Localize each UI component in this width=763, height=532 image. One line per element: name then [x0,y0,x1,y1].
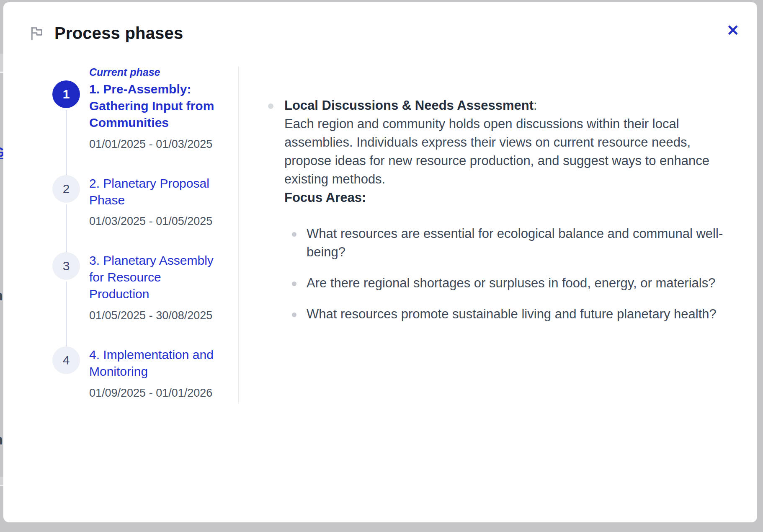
step-number-badge: 3 [52,252,80,280]
focus-area-text: What resources are essential for ecologi… [307,225,725,261]
description-bullet: Local Discussions & Needs Assessment: Ea… [268,96,733,336]
step-dates: 01/03/2025 - 01/05/2025 [89,215,224,228]
focus-area-text: Are there regional shortages or surpluse… [307,274,715,292]
step-body: 2. Planetary Proposal Phase 01/03/2025 -… [89,175,224,253]
step-dates: 01/09/2025 - 01/01/2026 [89,387,224,400]
background-text-fragment: n [0,431,3,448]
focus-area-text: What resources promote sustainable livin… [307,305,717,323]
step-connector-line [66,204,67,253]
focus-areas-list: What resources are essential for ecologi… [292,225,733,323]
background-card-fragment [0,477,3,485]
step-item-2: 2 2. Planetary Proposal Phase 01/03/2025… [52,175,226,253]
step-body: 4. Implementation and Monitoring 01/09/2… [89,346,224,404]
step-rail: 3 [52,252,81,346]
focus-area-item: What resources are essential for ecologi… [292,225,733,261]
flag-icon [28,24,45,43]
focus-area-item: What resources promote sustainable livin… [292,305,733,323]
step-title-link[interactable]: 4. Implementation and Monitoring [89,346,224,380]
step-rail: 2 [52,175,81,253]
background-card-fragment [0,54,3,72]
step-item-3: 3 3. Planetary Assembly for Resource Pro… [52,252,226,346]
step-body: 3. Planetary Assembly for Resource Produ… [89,252,224,346]
background-link-fragment[interactable]: G [0,144,3,160]
phase-stepper: 1 Current phase 1. Pre-Assembly: Gatheri… [52,66,239,404]
background-divider [0,485,3,486]
description-body: Each region and community holds open dis… [284,116,709,186]
description-heading: Local Discussions & Needs Assessment [284,98,534,113]
focus-area-item: Are there regional shortages or surpluse… [292,274,733,292]
step-number-badge: 2 [52,175,80,203]
step-connector-line [66,110,67,175]
modal-header: Process phases [3,2,757,43]
step-item-4: 4 4. Implementation and Monitoring 01/09… [52,346,226,404]
step-dates: 01/05/2025 - 30/08/2025 [89,309,224,322]
modal-title: Process phases [54,24,183,43]
step-item-1: 1 Current phase 1. Pre-Assembly: Gatheri… [52,66,226,175]
focus-areas-label: Focus Areas: [284,190,366,205]
phase-description: Local Discussions & Needs Assessment: Ea… [239,66,733,336]
bullet-dot-icon [268,103,273,109]
bullet-dot-icon [292,312,296,317]
step-rail: 4 [52,346,81,404]
step-title-link[interactable]: 1. Pre-Assembly: Gathering Input from Co… [89,81,224,131]
modal-body: 1 Current phase 1. Pre-Assembly: Gatheri… [3,66,757,404]
bullet-dot-icon [292,281,296,286]
step-rail: 1 [52,66,81,175]
background-text-fragment: n [0,287,3,304]
description-text: Local Discussions & Needs Assessment: Ea… [284,96,733,336]
step-dates: 01/01/2025 - 01/03/2025 [89,138,224,151]
current-phase-label: Current phase [89,66,224,78]
background-divider [0,72,3,73]
page-backdrop: G n n [0,0,3,532]
step-title-link[interactable]: 3. Planetary Assembly for Resource Produ… [89,252,224,302]
step-number-badge: 4 [52,346,80,374]
bullet-dot-icon [292,232,296,237]
description-heading-colon: : [534,98,537,113]
step-number-badge: 1 [52,80,80,108]
step-body: Current phase 1. Pre-Assembly: Gathering… [89,66,224,175]
process-phases-modal: Process phases ✕ 1 Current phase 1. Pre-… [3,2,757,522]
step-connector-line [66,281,67,346]
close-button[interactable]: ✕ [721,19,745,42]
step-title-link[interactable]: 2. Planetary Proposal Phase [89,175,224,209]
